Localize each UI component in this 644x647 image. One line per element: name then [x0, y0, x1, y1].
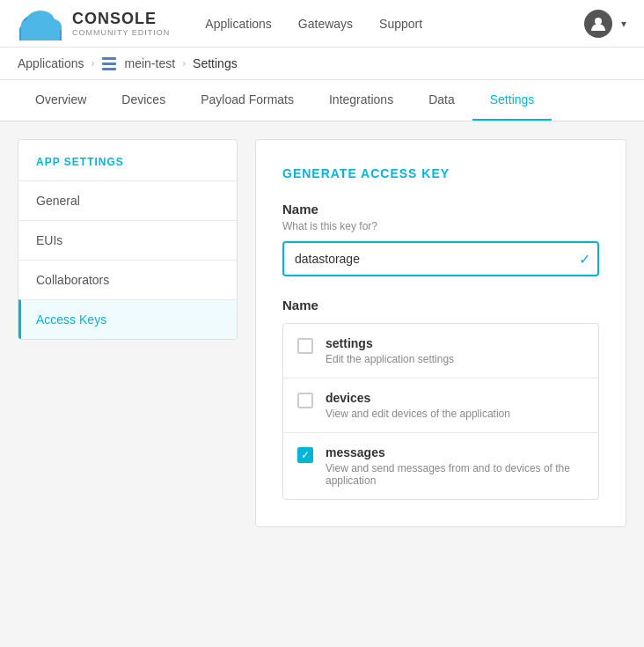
footer: Cancel Generate Access Key — [0, 643, 644, 647]
permission-name-messages: messages — [326, 445, 584, 460]
breadcrumb-sep-2: › — [182, 57, 186, 70]
breadcrumb: Applications › mein-test › Settings — [0, 48, 644, 80]
permissions-table: settings Edit the application settings d… — [282, 323, 599, 500]
tab-data[interactable]: Data — [411, 80, 472, 121]
name-input-wrapper: ✓ — [282, 241, 599, 276]
permission-desc-messages: View and send messages from and to devic… — [326, 462, 584, 487]
sidebar-item-euis[interactable]: EUIs — [18, 220, 237, 260]
permission-checkbox-messages[interactable] — [297, 447, 313, 463]
permission-name-devices: devices — [326, 391, 510, 405]
breadcrumb-sep-1: › — [91, 57, 95, 70]
tab-payload-formats[interactable]: Payload Formats — [183, 80, 311, 121]
header-chevron-icon[interactable]: ▾ — [621, 18, 626, 30]
breadcrumb-stack-icon — [102, 57, 116, 70]
card-title: GENERATE ACCESS KEY — [282, 166, 599, 180]
logo-edition-label: COMMUNITY EDITION — [72, 28, 170, 37]
permission-row-devices: devices View and edit devices of the app… — [283, 379, 598, 433]
tab-settings[interactable]: Settings — [472, 80, 553, 121]
tab-devices[interactable]: Devices — [104, 80, 183, 121]
input-check-icon: ✓ — [579, 251, 590, 268]
permission-checkbox-settings[interactable] — [297, 338, 313, 354]
permission-info-messages: messages View and send messages from and… — [326, 445, 584, 487]
user-icon — [590, 16, 606, 32]
sidebar-item-collaborators[interactable]: Collaborators — [18, 260, 237, 299]
nav-gateways[interactable]: Gateways — [298, 17, 353, 31]
permission-info-devices: devices View and edit devices of the app… — [326, 391, 510, 420]
logo-cloud-icon — [18, 7, 63, 40]
header: CONSOLE COMMUNITY EDITION Applications G… — [0, 0, 644, 48]
permission-desc-devices: View and edit devices of the application — [326, 408, 510, 420]
svg-rect-7 — [21, 26, 60, 40]
logo-console-label: CONSOLE — [72, 10, 170, 28]
breadcrumb-applications[interactable]: Applications — [18, 56, 84, 70]
tabs-bar: Overview Devices Payload Formats Integra… — [0, 80, 644, 121]
main-layout: APP SETTINGS General EUIs Collaborators … — [0, 121, 644, 643]
name-field-hint: What is this key for? — [282, 220, 599, 232]
permissions-label: Name — [282, 298, 599, 312]
nav-support[interactable]: Support — [379, 17, 422, 31]
permission-desc-settings: Edit the application settings — [326, 353, 454, 365]
header-right: ▾ — [584, 10, 626, 38]
svg-point-8 — [595, 18, 602, 25]
name-field-label: Name — [282, 202, 599, 217]
tab-overview[interactable]: Overview — [18, 80, 104, 121]
permission-info-settings: settings Edit the application settings — [326, 336, 454, 365]
name-input[interactable] — [282, 241, 599, 276]
permission-name-settings: settings — [326, 336, 454, 350]
permission-checkbox-devices[interactable] — [297, 393, 313, 408]
content-area: GENERATE ACCESS KEY Name What is this ke… — [255, 139, 626, 626]
sidebar-item-general[interactable]: General — [18, 180, 237, 220]
nav-applications[interactable]: Applications — [205, 17, 272, 31]
permission-row-settings: settings Edit the application settings — [283, 324, 598, 379]
breadcrumb-current: Settings — [193, 56, 238, 70]
breadcrumb-app-name[interactable]: mein-test — [125, 56, 176, 70]
logo-text: CONSOLE COMMUNITY EDITION — [72, 10, 170, 37]
tab-integrations[interactable]: Integrations — [311, 80, 411, 121]
avatar[interactable] — [584, 10, 612, 38]
main-nav: Applications Gateways Support — [205, 17, 584, 31]
sidebar: APP SETTINGS General EUIs Collaborators … — [18, 139, 238, 340]
sidebar-title: APP SETTINGS — [18, 140, 237, 180]
permission-row-messages: messages View and send messages from and… — [283, 433, 598, 499]
generate-access-key-card: GENERATE ACCESS KEY Name What is this ke… — [255, 139, 626, 527]
page: CONSOLE COMMUNITY EDITION Applications G… — [0, 0, 644, 647]
logo-area: CONSOLE COMMUNITY EDITION — [18, 7, 170, 40]
sidebar-item-access-keys[interactable]: Access Keys — [18, 299, 237, 339]
